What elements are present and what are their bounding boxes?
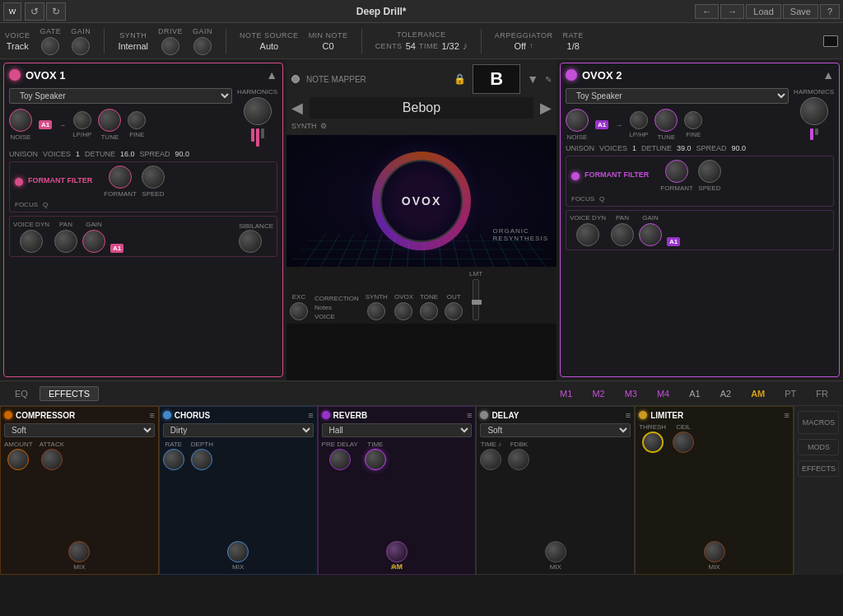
reverb-indicator[interactable]	[322, 411, 330, 419]
ovox1-indicator[interactable]	[9, 69, 21, 81]
ovox2-indicator[interactable]	[566, 69, 577, 81]
help-button[interactable]: ?	[820, 4, 840, 19]
nav-back-button[interactable]: ←	[695, 4, 719, 19]
ovox2-formant-indicator[interactable]	[571, 172, 580, 180]
delay-indicator[interactable]	[480, 411, 488, 419]
undo-button[interactable]: ↺	[25, 2, 44, 21]
compressor-preset-select[interactable]: Soft	[4, 423, 155, 437]
ovox2-formant-knob[interactable]	[665, 160, 688, 183]
tab-a2[interactable]: A2	[712, 387, 739, 400]
compressor-attack-knob[interactable]	[41, 449, 63, 470]
ovox2-pan-knob[interactable]	[611, 223, 634, 246]
ovox2-fine-knob[interactable]	[684, 111, 702, 129]
tab-eq[interactable]: EQ	[7, 387, 36, 400]
limiter-mix-knob[interactable]	[704, 541, 725, 562]
tab-m1[interactable]: M1	[552, 387, 580, 400]
ovox1-speaker-select[interactable]: Toy Speaker	[9, 88, 232, 104]
mods-button[interactable]: MODS	[798, 439, 839, 455]
note-mapper-indicator[interactable]	[291, 75, 300, 83]
limiter-indicator[interactable]	[639, 411, 647, 419]
ovox2-tune-knob[interactable]	[654, 109, 678, 132]
arp-up-icon[interactable]: ↑	[529, 41, 533, 50]
gain-knob[interactable]	[72, 37, 90, 55]
effects-sidebar-button[interactable]: EFFECTS	[798, 460, 839, 477]
chorus-mix-knob[interactable]	[227, 541, 249, 562]
tab-effects[interactable]: EFFECTS	[40, 386, 99, 401]
preset-next-button[interactable]: ▶	[540, 99, 552, 117]
ovox1-gain3-knob[interactable]	[82, 230, 105, 253]
ovox-mix-knob[interactable]	[394, 302, 412, 320]
reverb-preset-select[interactable]: Hall	[322, 423, 473, 437]
gate-knob[interactable]	[41, 37, 59, 55]
chorus-menu-icon[interactable]: ≡	[308, 410, 313, 420]
ovox1-tune-knob[interactable]	[98, 109, 121, 132]
note-dropdown-icon[interactable]: ▼	[527, 72, 538, 86]
tab-a1[interactable]: A1	[681, 387, 708, 400]
load-button[interactable]: Load	[746, 4, 780, 19]
tab-m2[interactable]: M2	[584, 387, 612, 400]
tab-m3[interactable]: M3	[617, 387, 645, 400]
reverb-menu-icon[interactable]: ≡	[467, 410, 472, 420]
ovox2-harmonics-knob[interactable]	[800, 97, 828, 125]
lmt-fader-track[interactable]	[473, 279, 479, 320]
ovox1-speed-knob[interactable]	[142, 166, 165, 189]
ovox1-noise-knob[interactable]	[9, 109, 32, 132]
ovox1-fine-knob[interactable]	[128, 111, 146, 129]
gear-icon[interactable]: ⚙	[320, 122, 327, 130]
chorus-preset-select[interactable]: Dirty	[163, 423, 314, 437]
ovox1-up-arrow[interactable]: ▲	[266, 68, 277, 82]
ovox2-noise-knob[interactable]	[566, 109, 589, 132]
delay-menu-icon[interactable]: ≡	[626, 410, 631, 420]
ovox1-lphp-knob[interactable]	[73, 111, 91, 129]
compressor-menu-icon[interactable]: ≡	[149, 410, 154, 420]
compressor-mix-knob[interactable]	[68, 541, 90, 562]
ovox1-harmonics-knob[interactable]	[244, 97, 272, 125]
ovox1-voicedyn-knob[interactable]	[20, 230, 43, 253]
reverb-mix-knob[interactable]	[386, 541, 408, 562]
delay-fdbk-knob[interactable]	[508, 449, 529, 470]
compressor-indicator[interactable]	[4, 411, 12, 419]
ovox1-noise-label: NOISE	[11, 133, 31, 141]
tab-fr[interactable]: FR	[808, 387, 836, 400]
delay-time-knob[interactable]	[480, 449, 501, 470]
save-button[interactable]: Save	[783, 4, 818, 19]
nav-forward-button[interactable]: →	[720, 4, 744, 19]
macros-button[interactable]: MACROS	[798, 411, 839, 434]
gain2-knob[interactable]	[193, 37, 212, 55]
preset-prev-button[interactable]: ◀	[291, 99, 303, 117]
ovox1-formant-indicator[interactable]	[15, 178, 23, 186]
delay-mix-knob[interactable]	[545, 541, 566, 562]
reverb-time-knob[interactable]	[365, 449, 386, 470]
ovox2-gain3-knob[interactable]	[639, 223, 662, 246]
chorus-rate-knob[interactable]	[163, 449, 184, 470]
ovox2-lphp-knob[interactable]	[630, 111, 648, 129]
chorus-indicator[interactable]	[163, 411, 171, 419]
tab-m4[interactable]: M4	[649, 387, 678, 400]
synth-mix-knob[interactable]	[367, 302, 385, 320]
delay-preset-select[interactable]: Soft	[480, 423, 631, 437]
limiter-thresh-knob[interactable]	[642, 432, 664, 453]
reverb-predelay-knob[interactable]	[329, 449, 351, 470]
ovox2-speaker-select[interactable]: Toy Speaker	[566, 88, 789, 104]
limiter-ceil-knob[interactable]	[673, 432, 694, 453]
edit-icon[interactable]: ✎	[545, 75, 552, 84]
compressor-header: COMPRESSOR ≡	[4, 410, 155, 420]
out-knob[interactable]	[445, 302, 463, 320]
ovox2-speed-knob[interactable]	[698, 160, 721, 183]
ovox1-pan-knob[interactable]	[54, 230, 77, 253]
ovox2-voicedyn-knob[interactable]	[576, 223, 599, 246]
exc-knob[interactable]	[290, 302, 308, 320]
limiter-ceil-label: CEIL	[676, 423, 691, 431]
rate-label: RATE	[563, 31, 584, 40]
chorus-depth-knob[interactable]	[191, 449, 212, 470]
compressor-amount-knob[interactable]	[7, 449, 29, 470]
tone-knob[interactable]	[420, 302, 438, 320]
ovox2-up-arrow[interactable]: ▲	[822, 68, 834, 82]
tab-pt[interactable]: PT	[776, 387, 804, 400]
ovox1-formant-knob[interactable]	[109, 166, 132, 189]
redo-button[interactable]: ↻	[46, 2, 66, 21]
tab-am[interactable]: AM	[743, 387, 773, 400]
drive-knob[interactable]	[161, 37, 179, 55]
ovox1-sibilance-knob[interactable]	[239, 230, 262, 253]
limiter-menu-icon[interactable]: ≡	[785, 410, 789, 420]
